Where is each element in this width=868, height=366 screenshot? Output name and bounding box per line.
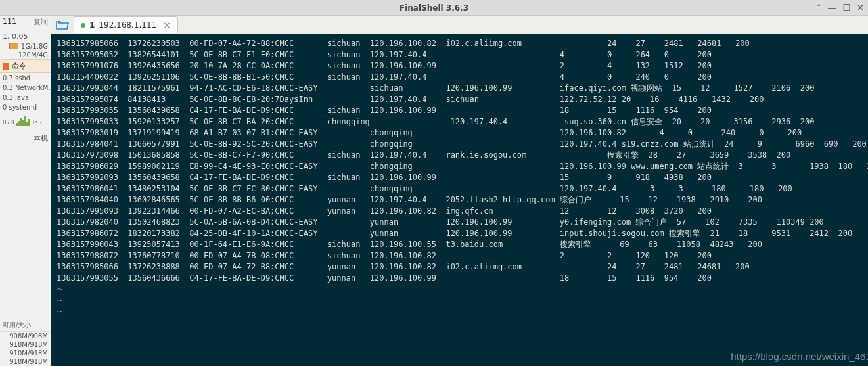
open-folder-icon[interactable] [54, 18, 71, 32]
proc-row[interactable]: 0.3 NetworkM. [0, 83, 51, 93]
tab-number: 1 [89, 20, 95, 30]
proc-row[interactable]: 0 systemd [0, 103, 51, 112]
disk-row: 918M/918M [0, 357, 51, 366]
proc-row[interactable]: 0.3 java [0, 93, 51, 103]
tab-close-icon[interactable]: × [163, 20, 171, 30]
app-title: FinalShell 3.6.3 [400, 3, 468, 12]
cmd-square-icon [3, 63, 9, 70]
left-panel: 111 复制 1, 0.05 1G/1.8G 120M/4G 命令 0.7 ss… [0, 16, 51, 366]
watermark: https://blog.csdn.net/weixin_46119343 [731, 351, 868, 362]
titlebar: FinalShell 3.6.3 ˄ — ☐ ✕ [0, 0, 868, 16]
tab-label: 192.168.1.111 [99, 20, 156, 30]
disk-row: 910M/918M [0, 349, 51, 357]
mem-value-1: 1G/1.8G [21, 43, 48, 50]
tabbar: 1 192.168.1.111 × ▦ ≡ [51, 16, 868, 34]
terminal-output[interactable]: 1363157985066 13726230503 00-FD-07-A4-72… [51, 34, 868, 366]
cmd-row[interactable]: 命令 [0, 59, 51, 73]
mem-bar-icon [9, 43, 18, 49]
host-label: 本机 [0, 129, 51, 147]
maximize-icon[interactable]: ☐ [842, 3, 850, 12]
net-val: 07B [3, 119, 14, 126]
net-if-label: lo ‹ [33, 119, 42, 126]
minimize-icon[interactable]: — [827, 3, 836, 12]
disk-header: 可用/大小 [0, 319, 51, 332]
tab-session[interactable]: 1 192.168.1.111 × [74, 16, 178, 33]
net-chart: 07B lo ‹ [0, 112, 51, 129]
min-up-icon[interactable]: ˄ [817, 3, 821, 12]
window-controls: ˄ — ☐ ✕ [817, 3, 864, 12]
disk-row: 918M/918M [0, 340, 51, 349]
close-icon[interactable]: ✕ [857, 3, 864, 12]
disk-row: 908M/908M [0, 332, 51, 340]
left-ip-frag: 111 [3, 17, 16, 27]
proc-row[interactable]: 0.7 sshd [0, 73, 51, 83]
copy-button[interactable]: 复制 [34, 17, 48, 27]
cmd-label: 命令 [12, 61, 26, 71]
status-dot-icon [81, 23, 85, 28]
mem-value-2: 120M/4G [18, 51, 48, 58]
cpu-load: 1, 0.05 [0, 28, 51, 42]
